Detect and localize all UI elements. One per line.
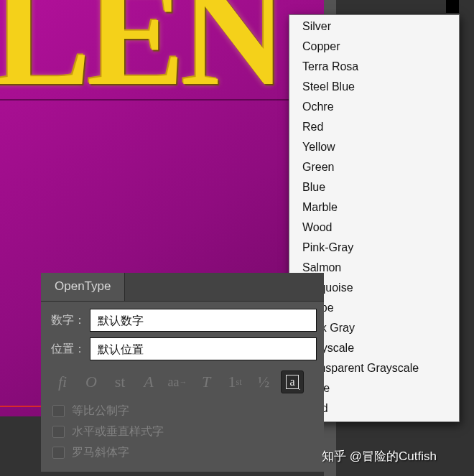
select-position[interactable]: 默认位置 (90, 337, 317, 360)
dropdown-item[interactable]: Terra Rosa (289, 57, 459, 77)
dropdown-item[interactable]: Copper (289, 37, 459, 57)
opentype-checks: 等比公制字 水平或垂直样式字 罗马斜体字 (50, 396, 317, 463)
label-number: 数字： (50, 313, 90, 328)
ordinals-icon[interactable]: 1st (223, 370, 246, 393)
check-proportional[interactable]: 等比公制字 (52, 401, 317, 421)
dropdown-item[interactable]: Marble (289, 197, 459, 218)
dropdown-item[interactable]: Yellow (289, 137, 459, 157)
swash-icon[interactable]: O (80, 370, 103, 393)
dropdown-item[interactable]: Ochre (289, 97, 459, 117)
dropdown-item[interactable]: Blue (289, 177, 459, 197)
check-hv-alternates-label: 水平或垂直样式字 (72, 424, 164, 439)
guide-line (0, 99, 324, 101)
dropdown-item[interactable]: Steel Blue (289, 77, 459, 97)
dropdown-item[interactable]: Wood (289, 218, 459, 238)
watermark: 知乎 @冒险的Cutfish (322, 448, 437, 465)
fractions-icon[interactable]: ½ (252, 370, 275, 393)
check-proportional-label: 等比公制字 (72, 403, 129, 419)
row-position: 位置： 默认位置 (50, 337, 317, 360)
ligature-icon[interactable]: fi (51, 370, 74, 393)
titling-alt-icon[interactable]: A (137, 370, 160, 393)
dropdown-item[interactable]: Pink-Gray (289, 238, 459, 258)
opentype-icon-row: fi O st A aa→ T 1st ½ a. (50, 366, 317, 396)
swatch-black[interactable] (446, 0, 459, 13)
tab-opentype[interactable]: OpenType (41, 273, 125, 301)
artwork-text[interactable]: LEN (0, 0, 283, 119)
panel-tabs: OpenType (41, 273, 324, 302)
check-roman-italics[interactable]: 罗马斜体字 (52, 442, 317, 463)
dropdown-item[interactable]: Silver (289, 17, 459, 37)
dropdown-item[interactable]: Red (289, 117, 459, 137)
dropdown-item[interactable]: Green (289, 157, 459, 177)
check-roman-italics-label: 罗马斜体字 (72, 445, 129, 460)
label-position: 位置： (50, 342, 90, 357)
smallcaps-icon[interactable]: T (195, 370, 218, 393)
stylistic-alt-icon[interactable]: st (108, 370, 131, 393)
check-hv-alternates[interactable]: 水平或垂直样式字 (52, 421, 317, 442)
opentype-panel: OpenType 数字： 默认数字 位置： 默认位置 fi O st A aa→… (41, 273, 324, 472)
boxed-a-icon[interactable]: a. (281, 370, 304, 393)
checkbox-icon[interactable] (52, 447, 65, 459)
checkbox-icon[interactable] (52, 405, 65, 417)
checkbox-icon[interactable] (52, 426, 65, 438)
select-number[interactable]: 默认数字 (90, 309, 317, 332)
contextual-alt-icon[interactable]: aa→ (166, 370, 189, 393)
row-number: 数字： 默认数字 (50, 309, 317, 332)
